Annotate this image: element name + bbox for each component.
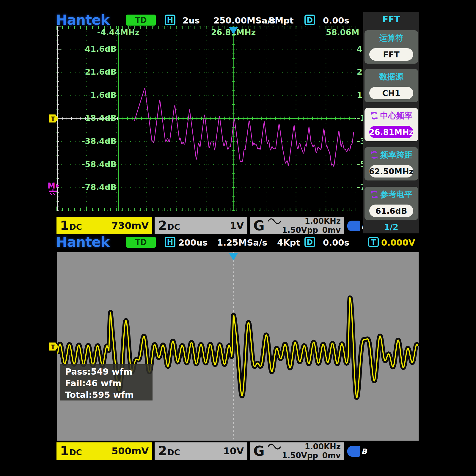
menu-page-indicator[interactable]: 1/2 — [363, 222, 419, 232]
ch2-scale: 1V — [230, 220, 244, 231]
oscilloscope-screen: Hantek TD H 2us 250.00MSa/s 8Mpt D 0.00s… — [0, 0, 476, 476]
fft-freq-start-label: -4.44MHz — [92, 28, 145, 37]
math-channel-marker[interactable]: M — [47, 181, 61, 196]
sine-wave-icon — [268, 218, 281, 224]
acquire-mode-button[interactable]: TD — [126, 15, 156, 26]
sample-rate-readout-2: 1.25MSa/s — [217, 238, 267, 248]
usb-device-icon-2: B — [347, 446, 367, 457]
menu-item-1[interactable]: 运算符FFT — [365, 30, 418, 64]
timebase-readout: 2us — [183, 15, 200, 26]
mask-fail-count: Fail:46 wfm — [65, 378, 153, 389]
mask-test-statistics: Pass:549 wfm Fail:46 wfm Total:595 wfm — [60, 364, 153, 400]
menu-item-value[interactable]: 61.6dB — [369, 205, 413, 217]
menu-item-value[interactable]: 62.50MHz — [369, 165, 413, 177]
knob-rotate-icon — [370, 151, 378, 159]
db-label-left: 41.6dB — [74, 44, 117, 54]
channel1-status-box-2[interactable]: 1 DC 500mV — [56, 442, 152, 460]
menu-item-2[interactable]: 数据源CH1 — [365, 69, 418, 102]
menu-item-value[interactable]: 26.81MHz — [369, 126, 413, 138]
menu-item-3[interactable]: 中心频率26.81MHz — [365, 108, 418, 141]
knob-rotate-icon — [370, 111, 378, 120]
fft-trace — [134, 88, 354, 166]
generator-frequency: 1.00KHz — [305, 217, 341, 226]
trigger-icon[interactable]: T — [368, 237, 379, 247]
mask-pass-count: Pass:549 wfm — [65, 366, 153, 378]
menu-item-4[interactable]: 频率跨距62.50MHz — [365, 147, 418, 180]
db-label-left: 1.6dB — [74, 90, 117, 100]
db-label-left: -38.4dB — [74, 136, 117, 146]
generator-offset-2: 0mv — [322, 451, 341, 460]
memory-depth-readout-2: 4Kpt — [277, 238, 300, 248]
menu-item-label: 参考电平 — [380, 189, 412, 200]
menu-item-5[interactable]: 参考电平61.6dB — [365, 187, 418, 220]
channel2-status-box[interactable]: 2 DC 1V — [155, 217, 247, 234]
timebase-readout-2: 200us — [178, 238, 208, 248]
menu-item-value[interactable]: FFT — [369, 48, 413, 61]
generator-offset: 0mv — [322, 226, 341, 235]
generator-status-box-2[interactable]: G 1.00KHz 1.50Vpp 0mv — [250, 442, 344, 460]
generator-label: G — [253, 219, 265, 232]
menu-item-label: 频率跨距 — [380, 150, 412, 160]
acquire-mode-button-2[interactable]: TD — [126, 237, 156, 248]
math-marker-arrow — [56, 184, 59, 188]
generator-amplitude-2: 1.50Vpp — [282, 451, 318, 460]
db-label-left: 21.6dB — [74, 67, 117, 76]
ch2-coupling-2: DC — [167, 448, 180, 456]
channel1-status-box[interactable]: 1 DC 730mV — [56, 217, 152, 234]
generator-label-2: G — [253, 444, 265, 458]
ch1-scale: 730mV — [111, 220, 149, 231]
ch2-coupling: DC — [167, 223, 180, 231]
ch1-number-2: 1 — [60, 445, 69, 457]
math-marker-m: M — [48, 181, 55, 190]
trigger-level-readout: 0.000V — [381, 238, 415, 248]
generator-amplitude: 1.50Vpp — [282, 226, 318, 235]
delay-icon-2[interactable]: D — [304, 237, 315, 247]
delay-readout-2: 0.00s — [323, 238, 349, 248]
usb-plug-icon-2 — [347, 446, 360, 457]
mask-total-count: Total:595 wfm — [65, 389, 153, 401]
ch2-scale-2: 10V — [223, 445, 244, 457]
ch1-coupling: DC — [69, 223, 82, 231]
trigger-position-marker-2[interactable] — [229, 253, 238, 260]
delay-icon[interactable]: D — [304, 15, 315, 25]
menu-item-label: 中心频率 — [380, 110, 412, 121]
ch2-number: 2 — [158, 219, 167, 232]
menu-item-label: 数据源 — [379, 71, 403, 82]
memory-depth-readout: 8Mpt — [269, 15, 294, 26]
sample-rate-readout: 250.00MSa/s — [213, 15, 276, 26]
horizontal-icon-2[interactable]: H — [165, 237, 175, 247]
menu-title: FFT — [363, 14, 419, 24]
knob-rotate-icon — [370, 190, 378, 199]
ch1-coupling-2: DC — [69, 448, 82, 456]
sine-wave-icon-2 — [268, 444, 281, 450]
db-label-left: -58.4dB — [74, 160, 117, 169]
channel2-status-box-2[interactable]: 2 DC 10V — [155, 442, 247, 460]
brand-logo: Hantek — [56, 12, 109, 28]
trigger-position-marker[interactable] — [229, 27, 238, 34]
ch2-number-2: 2 — [158, 445, 167, 457]
fft-freq-end-label: 58.06M — [326, 28, 356, 37]
horizontal-icon[interactable]: H — [165, 15, 175, 25]
ch1-scale-2: 500mV — [111, 445, 149, 457]
db-label-left: -18.4dB — [74, 113, 117, 122]
menu-item-value[interactable]: CH1 — [369, 87, 413, 99]
brand-logo-2: Hantek — [56, 234, 109, 250]
generator-status-box[interactable]: G 1.00KHz 1.50Vpp 0mv — [250, 217, 344, 234]
usb-plug-icon — [347, 221, 360, 231]
generator-frequency-2: 1.00KHz — [305, 442, 341, 451]
db-label-left: -78.4dB — [74, 183, 117, 192]
ch1-number: 1 — [60, 219, 69, 232]
delay-readout: 0.00s — [323, 15, 349, 26]
menu-item-label: 运算符 — [379, 33, 403, 43]
waveform-display — [57, 252, 419, 441]
